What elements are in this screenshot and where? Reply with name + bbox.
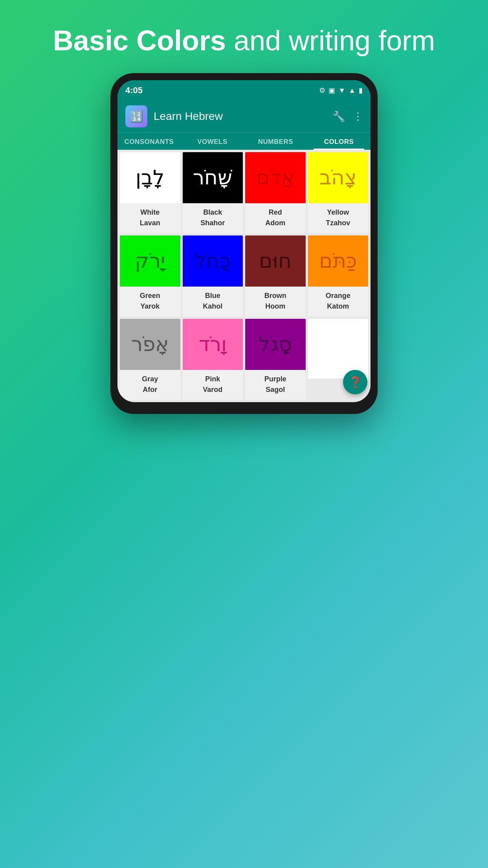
help-fab[interactable]: ❓ <box>343 370 367 394</box>
tab-colors[interactable]: COLORS <box>307 132 371 150</box>
color-swatch-green: יָרֹק <box>120 235 180 287</box>
color-card-purple[interactable]: סָגֹלPurpleSagol <box>245 319 306 400</box>
color-swatch-red: אָדֹם <box>245 152 306 203</box>
color-swatch-pink: וָרֹד <box>183 319 243 370</box>
color-card-yellow[interactable]: צָהֹבYellowTzahov <box>308 152 369 233</box>
tab-numbers[interactable]: NUMBERS <box>244 132 307 150</box>
color-swatch-yellow: צָהֹב <box>308 152 369 203</box>
color-swatch-purple: סָגֹל <box>245 319 306 370</box>
color-card-gray[interactable]: אָפֹרGrayAfor <box>120 319 180 400</box>
color-label-gray: GrayAfor <box>120 370 180 400</box>
phone-shell: 4:05 ⚙ ▣ ▼ ▲ ▮ 🔢 Learn Hebrew 🔧 ⋮ CONSON… <box>110 73 378 414</box>
status-icons: ⚙ ▣ ▼ ▲ ▮ <box>319 86 363 95</box>
signal-icon: ▲ <box>349 86 356 95</box>
color-label-brown: BrownHoom <box>245 287 306 316</box>
color-card-orange[interactable]: כַּתֹּםOrangeKatom <box>308 235 369 316</box>
color-card-black[interactable]: שָׁחֹרBlackShahor <box>183 152 243 233</box>
color-label-black: BlackShahor <box>183 203 243 233</box>
color-card-brown[interactable]: חוּםBrownHoom <box>245 235 306 316</box>
wrench-icon[interactable]: 🔧 <box>332 110 345 123</box>
color-label-white: WhiteLavan <box>120 203 180 233</box>
color-swatch-white: לָבָן <box>120 152 180 203</box>
tab-bar: CONSONANTS VOWELS NUMBERS COLORS <box>117 132 371 150</box>
app-bar: 🔢 Learn Hebrew 🔧 ⋮ <box>117 101 371 132</box>
color-swatch-orange: כַּתֹּם <box>308 235 369 287</box>
app-bar-actions: 🔧 ⋮ <box>332 110 363 123</box>
color-swatch-gray: אָפֹר <box>120 319 180 370</box>
settings-status-icon: ⚙ <box>319 86 325 95</box>
title-bold: Basic Colors <box>53 25 226 56</box>
status-bar: 4:05 ⚙ ▣ ▼ ▲ ▮ <box>117 80 371 101</box>
help-fab-icon: ❓ <box>349 376 362 389</box>
app-icon: 🔢 <box>125 105 147 127</box>
tab-vowels[interactable]: VOWELS <box>181 132 244 150</box>
status-time: 4:05 <box>125 85 143 96</box>
color-swatch-brown: חוּם <box>245 235 306 287</box>
phone-inner: 4:05 ⚙ ▣ ▼ ▲ ▮ 🔢 Learn Hebrew 🔧 ⋮ CONSON… <box>117 80 371 402</box>
color-label-purple: PurpleSagol <box>245 370 306 400</box>
tab-consonants[interactable]: CONSONANTS <box>117 132 181 150</box>
app-title: Learn Hebrew <box>154 110 326 123</box>
color-label-red: RedAdom <box>245 203 306 233</box>
page-header: Basic Colors and writing form <box>0 0 488 73</box>
colors-grid-container: לָבָןWhiteLavanשָׁחֹרBlackShahorאָדֹםRed… <box>117 150 371 402</box>
color-card-white[interactable]: לָבָןWhiteLavan <box>120 152 180 233</box>
color-card-green[interactable]: יָרֹקGreenYarok <box>120 235 180 316</box>
color-label-green: GreenYarok <box>120 287 180 316</box>
color-swatch-black: שָׁחֹר <box>183 152 243 203</box>
title-normal: and writing form <box>226 25 435 56</box>
camera-status-icon: ▣ <box>328 86 335 95</box>
app-icon-inner: 🔢 <box>125 105 147 127</box>
color-card-blue[interactable]: כָּחֹלBlueKahol <box>183 235 243 316</box>
color-label-orange: OrangeKatom <box>308 287 369 316</box>
color-card-pink[interactable]: וָרֹדPinkVarod <box>183 319 243 400</box>
color-label-yellow: YellowTzahov <box>308 203 369 233</box>
color-label-pink: PinkVarod <box>183 370 243 400</box>
color-label-blue: BlueKahol <box>183 287 243 316</box>
color-swatch-blue: כָּחֹל <box>183 235 243 287</box>
color-card-red[interactable]: אָדֹםRedAdom <box>245 152 306 233</box>
colors-grid: לָבָןWhiteLavanשָׁחֹרBlackShahorאָדֹםRed… <box>120 152 368 400</box>
battery-icon: ▮ <box>359 86 363 95</box>
wifi-icon: ▼ <box>338 86 345 95</box>
more-options-icon[interactable]: ⋮ <box>353 110 363 123</box>
